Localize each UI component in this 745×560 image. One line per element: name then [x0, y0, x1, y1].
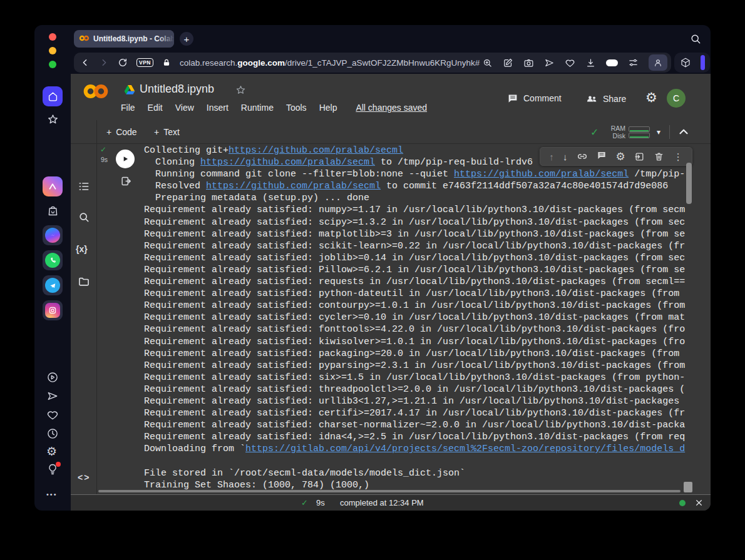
status-exec-time: 9s: [316, 498, 325, 507]
reload-button[interactable]: [118, 58, 128, 68]
output-text: Collecting git+: [144, 145, 229, 156]
zoom-page-button[interactable]: [482, 58, 493, 68]
comment-button[interactable]: Comment: [507, 93, 562, 104]
output-link[interactable]: https://github.com/pralab/secml: [200, 157, 375, 168]
extension-pill[interactable]: [674, 53, 710, 73]
shopping-bag-icon: [46, 204, 59, 217]
sidebar-favorites-button[interactable]: [46, 113, 59, 126]
variables-button[interactable]: {x}: [76, 244, 88, 254]
sidebar-whatsapp-button[interactable]: [43, 250, 63, 270]
screenshot-button[interactable]: [523, 58, 534, 68]
lightbulb-icon: [46, 463, 59, 476]
output-text: Cloning: [144, 157, 200, 168]
sidebar-likes-button[interactable]: [46, 409, 59, 421]
traffic-close-button[interactable]: [49, 33, 56, 41]
cell-exec-time: 9s: [101, 156, 108, 163]
output-link[interactable]: https://gitlab.com/api/v4/projects/secml…: [245, 444, 685, 454]
output-line: Requirement already satisfied: certifi>=…: [144, 407, 694, 419]
output-horizontal-scrollbar[interactable]: [98, 490, 681, 492]
menu-tools[interactable]: Tools: [280, 103, 313, 113]
sidebar-send-button[interactable]: [46, 390, 59, 402]
menu-insert[interactable]: Insert: [200, 103, 235, 113]
table-of-contents-button[interactable]: [78, 180, 90, 193]
arc-app-icon: [47, 181, 58, 192]
share-page-button[interactable]: [544, 58, 555, 68]
notification-dot: [56, 462, 61, 467]
sidebar-messenger-button[interactable]: [43, 225, 63, 245]
find-replace-button[interactable]: [78, 211, 90, 223]
output-vertical-scrollbar[interactable]: [686, 163, 692, 204]
star-notebook-button[interactable]: [235, 84, 247, 96]
output-text: Running command git clone --filter=blob:…: [144, 169, 454, 180]
close-status-button[interactable]: [695, 499, 703, 507]
menu-file[interactable]: File: [115, 103, 141, 113]
save-status[interactable]: All changes saved: [349, 103, 433, 113]
output-line: Cloning https://github.com/pralab/secml …: [144, 156, 694, 168]
collapse-toolbar-button[interactable]: [677, 120, 691, 144]
output-text: Requirement already satisfied: scipy>=1.…: [144, 217, 685, 228]
output-text: Training Set Shaoes: (1000, 784) (1000,): [144, 480, 369, 491]
output-link[interactable]: https://github.com/pralab/secml: [454, 169, 629, 180]
url-text[interactable]: colab.research.google.com/drive/1_cTAJVP…: [180, 58, 480, 68]
sidebar-history-button[interactable]: [46, 427, 59, 440]
account-avatar[interactable]: C: [667, 89, 686, 108]
menu-help[interactable]: Help: [313, 103, 344, 113]
output-line: Requirement already satisfied: requests …: [144, 276, 694, 288]
sidebar-media-button[interactable]: [46, 371, 59, 384]
output-text: Requirement already satisfied: python-da…: [144, 288, 679, 299]
menu-edit[interactable]: Edit: [141, 103, 169, 113]
files-button[interactable]: [78, 275, 90, 288]
profile-button[interactable]: [649, 54, 667, 71]
resources-dropdown[interactable]: ▾: [657, 120, 660, 144]
edit-page-button[interactable]: [503, 58, 513, 68]
sidebar-app-arc-button[interactable]: [43, 176, 63, 196]
sidebar-settings-button[interactable]: ⚙: [46, 445, 57, 458]
sidebar-more-button[interactable]: •••: [46, 491, 58, 498]
output-link[interactable]: https://github.com/pralab/secml: [206, 181, 381, 191]
share-button[interactable]: Share: [585, 93, 626, 105]
telegram-icon: [45, 278, 60, 293]
add-text-button[interactable]: +Text: [154, 120, 180, 144]
favorite-page-button[interactable]: [565, 58, 575, 68]
output-line: Preparing metadata (setup.py) ... done: [144, 192, 694, 204]
output-line: Requirement already satisfied: numpy>=1.…: [144, 204, 694, 216]
resource-monitor[interactable]: RAM Disk: [607, 120, 650, 144]
traffic-minimize-button[interactable]: [49, 47, 56, 54]
browser-window: ⚙ ••• Untitled8.ipynb - Colabo +: [34, 25, 711, 511]
output-line: Requirement already satisfied: six>=1.5 …: [144, 372, 694, 384]
status-message: completed at 12:34 PM: [340, 498, 424, 507]
sidebar-shop-button[interactable]: [46, 204, 59, 217]
sidebar-home-button[interactable]: [43, 86, 63, 106]
status-check-icon: ✓: [301, 498, 308, 507]
notebook-title[interactable]: Untitled8.ipynb: [140, 83, 214, 96]
output-link[interactable]: https://github.com/pralab/secml: [229, 145, 403, 156]
output-line: Requirement already satisfied: urllib3<1…: [144, 395, 694, 407]
screen: ⚙ ••• Untitled8.ipynb - Colabo +: [0, 0, 745, 560]
colab-page: Untitled8.ipynb File Edit View Insert Ru…: [71, 74, 711, 511]
settings-gear-button[interactable]: ⚙: [645, 91, 657, 104]
output-line: Requirement already satisfied: Pillow>=6…: [144, 264, 694, 276]
address-bar[interactable]: VPN colab.research.google.com/drive/1_cT…: [74, 53, 671, 73]
forward-button[interactable]: [99, 58, 109, 68]
menu-view[interactable]: View: [169, 103, 200, 113]
back-button[interactable]: [80, 58, 90, 68]
sidebar-ideas-button[interactable]: [46, 463, 59, 476]
colab-sidebar: {x} <> >_: [71, 120, 97, 494]
output-line: Downloading from `https://gitlab.com/api…: [144, 443, 694, 455]
sidebar-telegram-button[interactable]: [43, 275, 63, 295]
run-cell-button[interactable]: [116, 150, 135, 168]
output-line: Training Set Shaoes: (1000, 784) (1000,): [144, 479, 694, 491]
traffic-zoom-button[interactable]: [49, 61, 56, 68]
colab-logo[interactable]: [81, 83, 110, 103]
output-actions-icon[interactable]: [120, 175, 132, 187]
menu-runtime[interactable]: Runtime: [235, 103, 280, 113]
download-button[interactable]: [585, 58, 596, 68]
sidebar-instagram-button[interactable]: [43, 300, 63, 320]
code-snippets-button[interactable]: <>: [78, 472, 90, 482]
tune-button[interactable]: [628, 58, 639, 68]
battery-pill-icon[interactable]: [606, 59, 618, 66]
ram-usage-bar: [629, 126, 650, 132]
add-code-button[interactable]: +Code: [106, 120, 137, 144]
vpn-badge[interactable]: VPN: [136, 58, 153, 67]
output-text: Requirement already satisfied: matplotli…: [144, 229, 685, 240]
